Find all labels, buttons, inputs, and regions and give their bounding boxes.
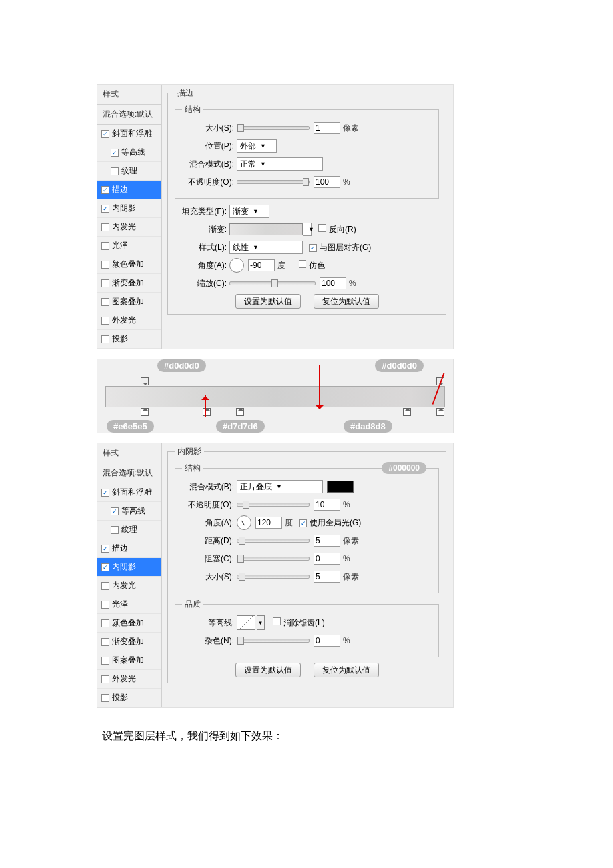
checkbox-icon[interactable]: ✓ bbox=[101, 489, 109, 497]
checkbox-icon[interactable] bbox=[111, 526, 119, 534]
position-dropdown[interactable]: 外部▼ bbox=[237, 139, 277, 153]
color-stop-icon[interactable] bbox=[403, 408, 411, 416]
sidebar-item[interactable]: 内发光 bbox=[97, 577, 161, 595]
sidebar-item[interactable]: 颜色叠加 bbox=[97, 614, 161, 633]
color-stop-icon[interactable] bbox=[236, 408, 244, 416]
scale-slider[interactable] bbox=[229, 281, 316, 285]
sidebar-item[interactable]: 外发光 bbox=[97, 311, 161, 330]
reset-default-button[interactable]: 复位为默认值 bbox=[314, 663, 379, 677]
checkbox-icon[interactable] bbox=[101, 638, 109, 646]
color-stop-icon[interactable] bbox=[436, 408, 444, 416]
color-stop-icon[interactable] bbox=[203, 408, 211, 416]
distance-slider[interactable] bbox=[237, 539, 310, 543]
checkbox-icon[interactable]: ✓ bbox=[101, 186, 109, 194]
sidebar-item[interactable]: ✓斜面和浮雕 bbox=[97, 125, 161, 143]
blend-options-default[interactable]: 混合选项:默认 bbox=[97, 105, 161, 125]
checkbox-icon[interactable] bbox=[101, 242, 109, 250]
angle-dial[interactable] bbox=[237, 515, 251, 530]
make-default-button[interactable]: 设置为默认值 bbox=[235, 294, 301, 309]
gradient-preview[interactable] bbox=[229, 223, 303, 235]
opacity-slider[interactable] bbox=[237, 503, 310, 507]
shadow-color-swatch[interactable] bbox=[327, 481, 354, 493]
checkbox-icon[interactable] bbox=[101, 694, 109, 702]
stroke-fieldset: 描边 结构 大小(S): 像素 位置(P): 外部▼ 混合模式(B): 正常▼ bbox=[167, 87, 446, 315]
checkbox-icon[interactable] bbox=[101, 298, 109, 306]
sidebar-item[interactable]: 渐变叠加 bbox=[97, 633, 161, 651]
sidebar-item[interactable]: ✓描边 bbox=[97, 181, 161, 199]
checkbox-icon[interactable]: ✓ bbox=[111, 149, 119, 157]
blend-options-default[interactable]: 混合选项:默认 bbox=[97, 463, 161, 483]
chevron-down-icon: ▼ bbox=[308, 226, 314, 233]
blend-mode-dropdown[interactable]: 正常▼ bbox=[237, 157, 323, 171]
checkbox-icon[interactable]: ✓ bbox=[101, 205, 109, 213]
contour-swatch[interactable] bbox=[237, 615, 255, 630]
checkbox-icon[interactable] bbox=[101, 317, 109, 325]
checkbox-icon[interactable]: ✓ bbox=[111, 507, 119, 515]
noise-label: 杂色(N): bbox=[182, 635, 237, 647]
size-input[interactable] bbox=[314, 571, 340, 583]
sidebar-item[interactable]: ✓内阴影 bbox=[97, 558, 161, 577]
reverse-checkbox[interactable] bbox=[318, 224, 326, 232]
sidebar-item[interactable]: 投影 bbox=[97, 330, 161, 349]
checkbox-icon[interactable] bbox=[101, 279, 109, 287]
gradient-dropdown-arrow[interactable]: ▼ bbox=[303, 223, 312, 236]
noise-slider[interactable] bbox=[237, 639, 310, 643]
sidebar-item[interactable]: 内发光 bbox=[97, 218, 161, 237]
fill-type-dropdown[interactable]: 渐变▼ bbox=[229, 205, 269, 218]
checkbox-icon[interactable] bbox=[101, 261, 109, 269]
noise-input[interactable] bbox=[314, 635, 340, 647]
angle-dial[interactable] bbox=[229, 258, 244, 273]
sidebar-item[interactable]: ✓等高线 bbox=[97, 143, 161, 162]
angle-input[interactable] bbox=[248, 259, 275, 271]
distance-input[interactable] bbox=[314, 535, 340, 547]
sidebar-item[interactable]: 颜色叠加 bbox=[97, 255, 161, 274]
sidebar-item[interactable]: ✓描边 bbox=[97, 539, 161, 558]
size-input[interactable] bbox=[314, 122, 340, 134]
checkbox-icon[interactable] bbox=[101, 675, 109, 683]
sidebar-item[interactable]: 渐变叠加 bbox=[97, 274, 161, 293]
sidebar-item[interactable]: 投影 bbox=[97, 689, 161, 707]
sidebar-item[interactable]: ✓斜面和浮雕 bbox=[97, 483, 161, 502]
antialias-checkbox[interactable] bbox=[273, 617, 281, 625]
opacity-input[interactable] bbox=[314, 176, 340, 188]
spread-input[interactable] bbox=[314, 553, 340, 565]
checkbox-icon[interactable]: ✓ bbox=[101, 130, 109, 138]
scale-input[interactable] bbox=[320, 277, 346, 289]
checkbox-icon[interactable] bbox=[101, 223, 109, 231]
gradient-bar[interactable] bbox=[105, 386, 445, 407]
sidebar-item[interactable]: 纹理 bbox=[97, 162, 161, 181]
checkbox-icon[interactable] bbox=[101, 601, 109, 609]
checkbox-icon[interactable]: ✓ bbox=[101, 545, 109, 553]
sidebar-item[interactable]: 外发光 bbox=[97, 670, 161, 689]
size-slider[interactable] bbox=[237, 575, 310, 579]
sidebar-item[interactable]: 纹理 bbox=[97, 521, 161, 539]
size-slider[interactable] bbox=[237, 126, 310, 130]
make-default-button[interactable]: 设置为默认值 bbox=[235, 663, 301, 677]
dither-checkbox[interactable] bbox=[299, 260, 306, 268]
opacity-input[interactable] bbox=[314, 499, 340, 511]
checkbox-icon[interactable] bbox=[111, 167, 119, 175]
sidebar-item[interactable]: 光泽 bbox=[97, 595, 161, 614]
align-checkbox[interactable]: ✓ bbox=[309, 244, 317, 252]
checkbox-icon[interactable] bbox=[101, 582, 109, 590]
sidebar-item[interactable]: 图案叠加 bbox=[97, 651, 161, 670]
checkbox-icon[interactable] bbox=[101, 619, 109, 627]
checkbox-icon[interactable] bbox=[101, 335, 109, 343]
style-dropdown[interactable]: 线性▼ bbox=[229, 241, 303, 254]
global-light-checkbox[interactable]: ✓ bbox=[299, 519, 307, 527]
reset-default-button[interactable]: 复位为默认值 bbox=[314, 294, 379, 309]
opacity-slider[interactable] bbox=[237, 180, 310, 184]
contour-dropdown-arrow[interactable]: ▼ bbox=[257, 615, 265, 630]
angle-input[interactable] bbox=[255, 517, 282, 529]
checkbox-icon[interactable]: ✓ bbox=[101, 563, 109, 571]
blend-mode-dropdown[interactable]: 正片叠底▼ bbox=[237, 480, 323, 493]
color-stop-icon[interactable] bbox=[141, 408, 149, 416]
sidebar-item[interactable]: 图案叠加 bbox=[97, 293, 161, 311]
sidebar-item[interactable]: ✓内阴影 bbox=[97, 199, 161, 218]
spread-slider[interactable] bbox=[237, 557, 310, 561]
sidebar-item[interactable]: ✓等高线 bbox=[97, 502, 161, 521]
checkbox-icon[interactable] bbox=[101, 657, 109, 665]
opacity-stop-icon[interactable] bbox=[141, 377, 149, 385]
layer-style-inner-shadow-dialog: 样式 混合选项:默认 ✓斜面和浮雕✓等高线纹理✓描边✓内阴影内发光光泽颜色叠加渐… bbox=[97, 443, 454, 708]
sidebar-item[interactable]: 光泽 bbox=[97, 237, 161, 255]
